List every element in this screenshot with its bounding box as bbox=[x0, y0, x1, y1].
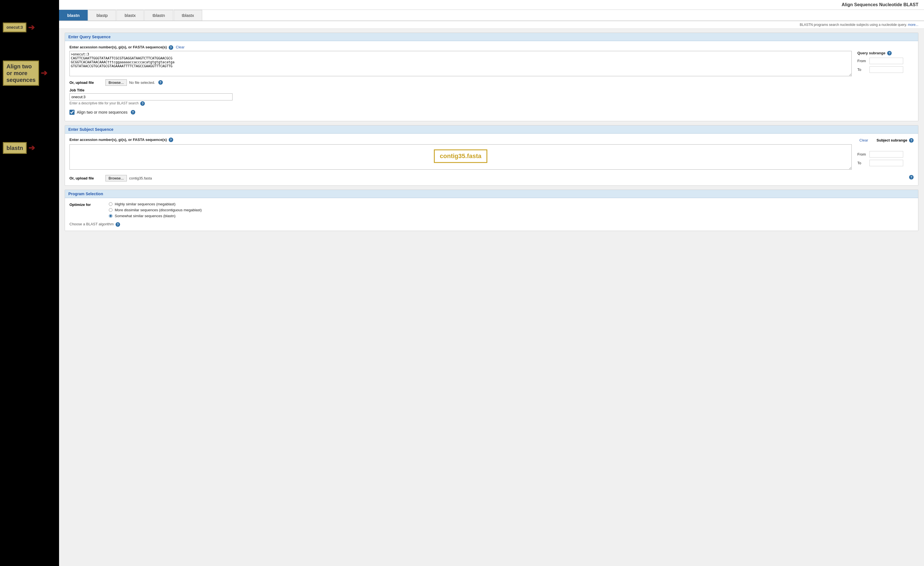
blastn-arrow: ➔ bbox=[28, 143, 35, 152]
subject-left: contig35.fasta bbox=[69, 144, 852, 170]
subject-section: Enter Subject Sequence Enter accession n… bbox=[64, 125, 918, 186]
from-row: From bbox=[857, 58, 914, 64]
onecut-annotation: onecut:3 ➔ bbox=[3, 23, 56, 32]
subject-subrange-help-icon[interactable]: ? bbox=[909, 138, 914, 143]
query-subrange: Query subrange ? From To bbox=[857, 51, 914, 75]
job-hint-help-icon[interactable]: ? bbox=[140, 101, 145, 106]
main-content: Align Sequences Nucleotide BLAST blastn … bbox=[59, 0, 924, 566]
optimize-layout: Optimize for Highly similar sequences (m… bbox=[69, 202, 914, 220]
page-header: Align Sequences Nucleotide BLAST bbox=[59, 0, 924, 10]
subrange-label: Query subrange ? bbox=[857, 51, 914, 56]
align-checkbox[interactable] bbox=[69, 110, 75, 115]
page-title: Align Sequences Nucleotide BLAST bbox=[842, 2, 918, 7]
subject-section-header: Enter Subject Sequence bbox=[65, 125, 918, 134]
subject-seq-help-icon[interactable]: ? bbox=[169, 138, 173, 142]
blastn-label: blastn bbox=[3, 142, 27, 154]
query-seq-label: Enter accession number(s), gi(s), or FAS… bbox=[69, 45, 167, 49]
content-area: Enter Query Sequence Enter accession num… bbox=[59, 29, 924, 566]
choose-algo-help-icon[interactable]: ? bbox=[116, 222, 120, 227]
from-label: From bbox=[857, 59, 867, 63]
info-bar: BLASTN programs search nucleotide subjec… bbox=[59, 21, 924, 29]
blastn-annotation: blastn ➔ bbox=[3, 142, 56, 154]
query-section: Enter Query Sequence Enter accession num… bbox=[64, 33, 918, 121]
subject-from-row: From bbox=[857, 151, 914, 158]
query-layout: >onecut:3 CAGTTCGAATTGGGTATAATTCGCGTGAGG… bbox=[69, 51, 914, 77]
subject-to-input[interactable] bbox=[870, 160, 903, 166]
query-seq-label-row: Enter accession number(s), gi(s), or FAS… bbox=[69, 45, 914, 50]
subject-from-label: From bbox=[857, 152, 867, 156]
query-seq-help-icon[interactable]: ? bbox=[169, 45, 173, 50]
option-megablast: Highly similar sequences (megablast) bbox=[109, 202, 202, 206]
query-upload-row: Or, upload file Browse... No file select… bbox=[69, 80, 914, 86]
subject-section-body: Enter accession number(s), gi(s), or FAS… bbox=[65, 134, 918, 186]
tab-tblastx[interactable]: tblastx bbox=[174, 10, 202, 21]
align-checkbox-row: Align two or more sequences ? bbox=[69, 107, 914, 117]
query-upload-label: Or, upload file bbox=[69, 80, 103, 85]
query-clear-link[interactable]: Clear bbox=[176, 45, 184, 49]
to-label: To bbox=[857, 68, 867, 72]
onecut-arrow: ➔ bbox=[28, 23, 34, 32]
align-checkbox-label[interactable]: Align two or more sequences bbox=[77, 110, 128, 114]
info-text: BLASTN programs search nucleotide subjec… bbox=[800, 23, 907, 27]
query-browse-button[interactable]: Browse... bbox=[105, 80, 127, 86]
tab-tblastn[interactable]: tblastn bbox=[144, 10, 173, 21]
subject-sequence-input[interactable] bbox=[69, 144, 852, 170]
subject-from-input[interactable] bbox=[870, 151, 903, 158]
subject-browse-button[interactable]: Browse... bbox=[105, 175, 127, 182]
subject-seq-label-row: Enter accession number(s), gi(s), or FAS… bbox=[69, 138, 173, 143]
query-file-name: No file selected. bbox=[129, 80, 155, 85]
job-title-row: Job Title Enter a descriptive title for … bbox=[69, 88, 914, 106]
job-title-label: Job Title bbox=[69, 88, 914, 92]
tab-blastp[interactable]: blastp bbox=[88, 10, 116, 21]
option-blastn: Somewhat similar sequences (blastn) bbox=[109, 214, 202, 218]
radio-discontiguous[interactable] bbox=[109, 208, 112, 212]
subject-layout: contig35.fasta From To bbox=[69, 144, 914, 170]
optimize-label: Optimize for bbox=[69, 202, 103, 207]
tab-bar: blastn blastp blastx tblastn tblastx bbox=[59, 10, 924, 21]
subrange-help-icon[interactable]: ? bbox=[887, 51, 892, 56]
query-section-header: Enter Query Sequence bbox=[65, 33, 918, 41]
from-input[interactable] bbox=[870, 58, 903, 64]
subject-subrange: Subject subrange ? bbox=[876, 138, 914, 143]
subject-upload-row: Or, upload file Browse... contig35.fasta bbox=[69, 175, 152, 182]
query-section-body: Enter accession number(s), gi(s), or FAS… bbox=[65, 41, 918, 121]
subject-to-row: To bbox=[857, 160, 914, 166]
tab-blastn[interactable]: blastn bbox=[59, 10, 88, 21]
more-link[interactable]: more... bbox=[908, 23, 918, 27]
subject-to-label: To bbox=[857, 161, 867, 165]
tab-blastx[interactable]: blastx bbox=[116, 10, 144, 21]
subject-subrange-inputs: From To bbox=[857, 144, 914, 168]
to-input[interactable] bbox=[870, 66, 903, 73]
radio-blastn[interactable] bbox=[109, 214, 112, 218]
align-help-icon[interactable]: ? bbox=[131, 110, 135, 114]
to-row: To bbox=[857, 66, 914, 73]
program-section-body: Optimize for Highly similar sequences (m… bbox=[65, 198, 918, 231]
sidebar: onecut:3 ➔ Align two or more sequences ➔… bbox=[0, 0, 59, 566]
subject-subrange-label: Subject subrange bbox=[876, 138, 907, 143]
job-title-input[interactable] bbox=[69, 93, 232, 101]
program-selection-section: Program Selection Optimize for Highly si… bbox=[64, 190, 918, 231]
option-discontiguous: More dissimilar sequences (discontiguous… bbox=[109, 208, 202, 212]
choose-algo-row: Choose a BLAST algorithm ? bbox=[69, 222, 914, 227]
query-sequence-input[interactable]: >onecut:3 CAGTTCGAATTGGGTATAATTCGCGTGAGG… bbox=[69, 51, 852, 76]
program-section-header: Program Selection bbox=[65, 190, 918, 198]
subject-upload-label: Or, upload file bbox=[69, 176, 103, 180]
radio-megablast[interactable] bbox=[109, 202, 112, 206]
subject-file-name: contig35.fasta bbox=[129, 176, 152, 180]
align-arrow: ➔ bbox=[41, 68, 47, 78]
radio-list: Highly similar sequences (megablast) Mor… bbox=[109, 202, 202, 220]
align-label: Align two or more sequences bbox=[3, 60, 39, 86]
onecut-label: onecut:3 bbox=[3, 23, 26, 32]
subject-seq-label: Enter accession number(s), gi(s), or FAS… bbox=[69, 138, 167, 142]
subject-clear-link[interactable]: Clear bbox=[860, 138, 868, 143]
subject-upload-help-icon[interactable]: ? bbox=[909, 175, 914, 179]
job-title-hint: Enter a descriptive title for your BLAST… bbox=[69, 101, 914, 106]
align-annotation: Align two or more sequences ➔ bbox=[3, 60, 56, 86]
query-upload-help-icon[interactable]: ? bbox=[158, 80, 163, 85]
query-left: >onecut:3 CAGTTCGAATTGGGTATAATTCGCGTGAGG… bbox=[69, 51, 852, 77]
